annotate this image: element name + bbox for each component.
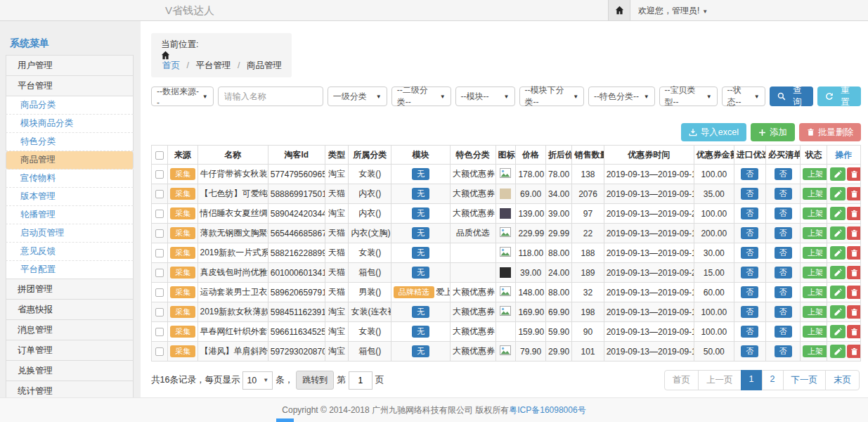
search-button[interactable]: 查询 (770, 87, 813, 106)
status-toggle[interactable]: 上架 (803, 267, 827, 279)
filter-select[interactable]: --模块下分类--▼ (519, 87, 585, 106)
import-select-toggle[interactable]: 否 (741, 188, 758, 200)
row-checkbox[interactable] (155, 347, 164, 356)
pagination-button[interactable]: 上一页 (698, 370, 741, 390)
import-select-toggle[interactable]: 否 (741, 247, 758, 259)
add-button[interactable]: 添加 (751, 123, 795, 141)
import-select-toggle[interactable]: 否 (741, 345, 758, 357)
sidebar-item[interactable]: 平台管理 (6, 75, 134, 96)
must-buy-toggle[interactable]: 否 (775, 247, 792, 259)
sidebar-item[interactable]: 轮播管理 (6, 206, 134, 224)
edit-button[interactable] (830, 345, 846, 358)
must-buy-toggle[interactable]: 否 (775, 207, 792, 219)
jump-button[interactable]: 跳转到 (296, 371, 334, 390)
must-buy-toggle[interactable]: 否 (775, 227, 792, 239)
row-checkbox[interactable] (155, 269, 164, 277)
per-page-select[interactable]: 10▼ (242, 371, 273, 390)
edit-button[interactable] (830, 207, 846, 220)
delete-button[interactable] (847, 286, 861, 299)
import-excel-button[interactable]: 导入excel (681, 123, 746, 141)
must-buy-toggle[interactable]: 否 (775, 326, 792, 338)
import-select-toggle[interactable]: 否 (741, 168, 758, 180)
status-toggle[interactable]: 上架 (803, 207, 827, 219)
delete-button[interactable] (847, 167, 861, 181)
name-search-input[interactable] (218, 87, 323, 106)
filter-select[interactable]: 一级分类▼ (328, 87, 387, 106)
reset-button[interactable]: 重置 (817, 87, 861, 106)
sidebar-item[interactable]: 版本管理 (6, 188, 134, 206)
pagination-button[interactable]: 下一页 (783, 370, 827, 390)
import-select-toggle[interactable]: 否 (741, 227, 758, 239)
row-checkbox[interactable] (155, 288, 164, 297)
must-buy-toggle[interactable]: 否 (775, 267, 792, 279)
row-checkbox[interactable] (155, 249, 164, 257)
edit-button[interactable] (830, 226, 846, 240)
delete-button[interactable] (847, 246, 861, 260)
import-select-toggle[interactable]: 否 (741, 326, 758, 338)
sidebar-item[interactable]: 兑换管理 (6, 360, 134, 381)
row-checkbox[interactable] (155, 328, 164, 336)
sidebar-item[interactable]: 启动页管理 (6, 224, 134, 243)
status-toggle[interactable]: 上架 (803, 188, 827, 200)
sidebar-item[interactable]: 平台配置 (6, 261, 134, 279)
filter-select[interactable]: --特色分类--▼ (588, 87, 655, 106)
row-checkbox[interactable] (155, 210, 164, 218)
sidebar-item[interactable]: 省惠快报 (6, 299, 134, 320)
batch-delete-button[interactable]: 批量删除 (799, 123, 861, 141)
sidebar-item[interactable]: 订单管理 (6, 340, 134, 361)
status-toggle[interactable]: 上架 (803, 326, 827, 338)
filter-select[interactable]: --宝贝类型--▼ (659, 87, 718, 106)
edit-button[interactable] (830, 266, 846, 279)
sidebar-item[interactable]: 模块商品分类 (6, 115, 134, 133)
edit-button[interactable] (830, 286, 846, 299)
status-toggle[interactable]: 上架 (803, 247, 827, 259)
must-buy-toggle[interactable]: 否 (775, 345, 792, 357)
delete-button[interactable] (847, 187, 861, 200)
sidebar-item[interactable]: 商品分类 (6, 96, 134, 115)
sidebar-item[interactable]: 拼团管理 (6, 279, 134, 300)
delete-button[interactable] (847, 207, 861, 220)
delete-button[interactable] (847, 266, 861, 279)
pagination-button[interactable]: 首页 (664, 370, 699, 390)
delete-button[interactable] (847, 345, 861, 358)
breadcrumb-home-link[interactable]: 首页 (162, 60, 180, 70)
edit-button[interactable] (830, 246, 846, 260)
filter-select[interactable]: --数据来源--▼ (151, 87, 214, 106)
delete-button[interactable] (847, 305, 861, 319)
filter-select[interactable]: --二级分类--▼ (391, 87, 451, 106)
edit-button[interactable] (830, 305, 846, 319)
edit-button[interactable] (830, 325, 846, 338)
pagination-button[interactable]: 末页 (825, 370, 860, 390)
row-checkbox[interactable] (155, 190, 164, 198)
must-buy-toggle[interactable]: 否 (775, 286, 792, 298)
filter-select[interactable]: --状态--▼ (722, 87, 765, 106)
status-toggle[interactable]: 上架 (803, 168, 827, 180)
edit-button[interactable] (830, 187, 846, 200)
page-number-input[interactable] (349, 371, 373, 390)
delete-button[interactable] (847, 226, 861, 240)
sidebar-item[interactable]: 意见反馈 (6, 243, 134, 261)
must-buy-toggle[interactable]: 否 (775, 188, 792, 200)
status-toggle[interactable]: 上架 (803, 345, 827, 357)
user-menu[interactable]: 欢迎您，管理员!▼ (638, 0, 708, 23)
must-buy-toggle[interactable]: 否 (775, 168, 792, 180)
pagination-button[interactable]: 2 (762, 370, 784, 390)
status-toggle[interactable]: 上架 (803, 227, 827, 239)
sidebar-item[interactable]: 消息管理 (6, 319, 134, 340)
status-toggle[interactable]: 上架 (803, 286, 827, 298)
sidebar-item[interactable]: 宣传物料 (6, 170, 134, 188)
edit-button[interactable] (830, 167, 846, 181)
home-button[interactable] (608, 0, 630, 20)
sidebar-item[interactable]: 特色分类 (6, 133, 134, 151)
icp-link[interactable]: 粤ICP备16098006号 (509, 405, 585, 415)
import-select-toggle[interactable]: 否 (741, 267, 758, 279)
status-toggle[interactable]: 上架 (803, 306, 827, 318)
import-select-toggle[interactable]: 否 (741, 306, 758, 318)
select-all-checkbox[interactable] (155, 151, 164, 160)
row-checkbox[interactable] (155, 229, 164, 238)
row-checkbox[interactable] (155, 308, 164, 316)
pagination-button[interactable]: 1 (741, 370, 763, 390)
must-buy-toggle[interactable]: 否 (775, 306, 792, 318)
sidebar-item-active[interactable]: 商品管理 (6, 151, 134, 170)
delete-button[interactable] (847, 325, 861, 338)
